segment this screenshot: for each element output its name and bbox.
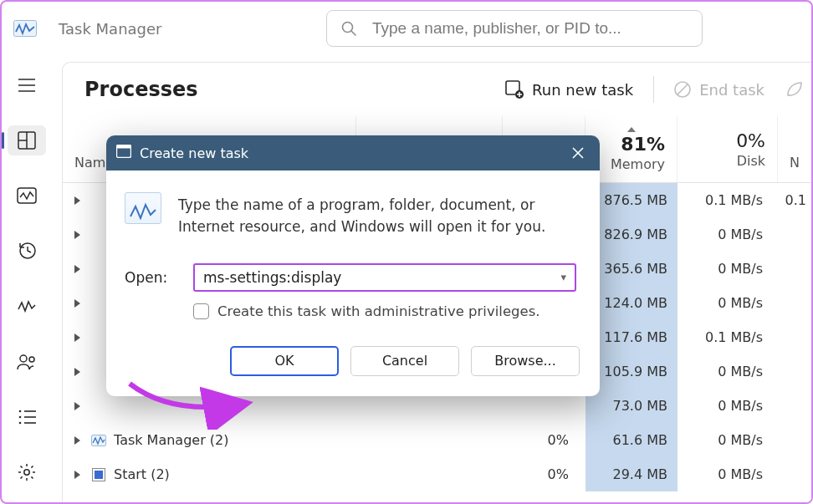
chevron-right-icon bbox=[74, 368, 80, 376]
content-header: Processes Run new task End task bbox=[63, 63, 811, 116]
app-title: Task Manager bbox=[59, 20, 161, 38]
dialog-titlebar[interactable]: Create new task bbox=[106, 135, 600, 171]
page-title: Processes bbox=[84, 78, 198, 101]
create-new-task-dialog: Create new task Type the name of a progr… bbox=[106, 135, 600, 396]
nav-menu-button[interactable] bbox=[8, 70, 46, 100]
open-label: Open: bbox=[125, 269, 175, 286]
chevron-right-icon bbox=[74, 471, 80, 479]
svg-rect-28 bbox=[95, 471, 103, 479]
table-row[interactable]: Start (2) 0% 29.4 MB 0 MB/s bbox=[63, 457, 811, 491]
svg-rect-30 bbox=[117, 145, 131, 149]
run-new-task-label: Run new task bbox=[532, 81, 633, 99]
chevron-right-icon bbox=[74, 333, 80, 342]
chevron-right-icon bbox=[74, 299, 80, 308]
run-new-task-button[interactable]: Run new task bbox=[505, 80, 633, 99]
task-manager-app-icon bbox=[90, 432, 107, 449]
close-button[interactable] bbox=[566, 145, 590, 162]
chevron-right-icon bbox=[74, 265, 80, 273]
open-combobox[interactable]: ms-settings:display ▾ bbox=[193, 263, 576, 292]
search-icon bbox=[340, 20, 357, 37]
col-disk[interactable]: 0% Disk bbox=[677, 116, 777, 182]
chevron-down-icon: ▾ bbox=[560, 271, 566, 283]
close-icon bbox=[572, 147, 584, 159]
efficiency-mode-button[interactable] bbox=[785, 80, 803, 99]
disk-percent: 0% bbox=[689, 130, 765, 151]
svg-point-13 bbox=[19, 410, 22, 413]
svg-point-12 bbox=[29, 357, 34, 362]
run-dialog-icon bbox=[116, 145, 131, 161]
nav-startup[interactable] bbox=[8, 292, 46, 322]
leaf-icon bbox=[785, 80, 803, 99]
chevron-right-icon bbox=[74, 436, 80, 445]
run-program-icon bbox=[125, 192, 161, 224]
chevron-right-icon bbox=[74, 231, 80, 239]
start-app-icon bbox=[90, 466, 107, 483]
admin-privileges-checkbox[interactable] bbox=[193, 303, 209, 319]
nav-details[interactable] bbox=[8, 402, 46, 432]
search-box[interactable] bbox=[326, 10, 703, 47]
svg-line-2 bbox=[352, 32, 356, 36]
process-name: Task Manager (2) bbox=[114, 432, 229, 448]
toolbar-divider bbox=[653, 76, 654, 103]
admin-privileges-label: Create this task with administrative pri… bbox=[217, 303, 540, 319]
titlebar: Task Manager bbox=[2, 2, 811, 55]
nav-app-history[interactable] bbox=[8, 236, 46, 266]
process-name: Start (2) bbox=[114, 466, 170, 482]
nav-performance[interactable] bbox=[8, 181, 46, 211]
memory-percent: 81% bbox=[597, 134, 665, 155]
chevron-right-icon bbox=[74, 196, 80, 205]
svg-point-19 bbox=[24, 470, 29, 475]
svg-point-17 bbox=[19, 422, 22, 425]
table-row[interactable]: Task Manager (2) 0% 61.6 MB 0 MB/s bbox=[63, 423, 811, 457]
chevron-right-icon bbox=[74, 402, 80, 410]
svg-point-15 bbox=[19, 416, 22, 419]
col-network[interactable]: N bbox=[777, 116, 811, 182]
end-task-button[interactable]: End task bbox=[674, 81, 764, 99]
toolbar: Run new task End task bbox=[505, 76, 803, 103]
app-logo-icon bbox=[12, 18, 38, 38]
nav-users[interactable] bbox=[8, 347, 46, 377]
run-new-task-icon bbox=[505, 80, 524, 99]
dialog-title: Create new task bbox=[140, 145, 248, 161]
sort-caret-icon bbox=[627, 127, 636, 132]
svg-line-25 bbox=[678, 84, 688, 94]
end-task-icon bbox=[674, 81, 691, 98]
browse-button[interactable]: Browse... bbox=[471, 346, 580, 376]
nav-processes[interactable] bbox=[8, 125, 46, 155]
ok-button[interactable]: OK bbox=[230, 346, 339, 376]
nav-rail bbox=[2, 55, 52, 502]
open-value: ms-settings:display bbox=[203, 269, 341, 286]
nav-settings[interactable] bbox=[8, 457, 46, 487]
cancel-button[interactable]: Cancel bbox=[350, 346, 459, 376]
end-task-label: End task bbox=[699, 81, 764, 99]
dialog-description: Type the name of a program, folder, docu… bbox=[178, 192, 576, 238]
svg-point-1 bbox=[343, 23, 353, 33]
search-input[interactable] bbox=[372, 19, 688, 38]
svg-point-11 bbox=[20, 355, 27, 362]
